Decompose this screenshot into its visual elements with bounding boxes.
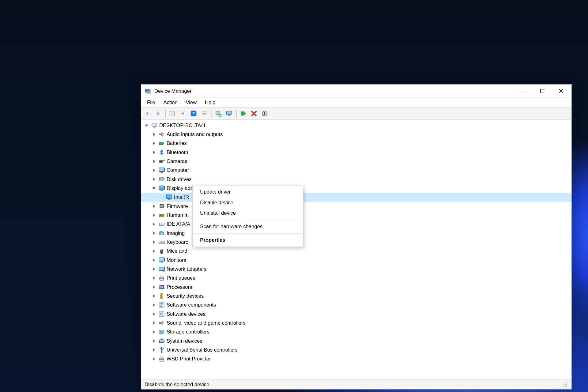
tree-item-root[interactable]: DESKTOP-BCLTA4L — [141, 121, 571, 130]
toolbar-scan-hardware-button[interactable] — [214, 109, 224, 119]
tree-item-system-devices[interactable]: System devices — [141, 337, 571, 345]
tree-item-bluetooth[interactable]: Bluetooth — [141, 148, 571, 157]
minimize-button[interactable] — [514, 85, 533, 97]
close-button[interactable] — [552, 85, 570, 97]
show-hidden-icon — [169, 110, 175, 117]
context-menu-uninstall-device[interactable]: Uninstall device — [193, 208, 303, 219]
svg-rect-28 — [241, 111, 245, 115]
tree-item-label: Sound, video and game controllers — [167, 320, 246, 326]
mouse-icon — [158, 248, 165, 254]
tree-item-label: Storage controllers — [167, 329, 209, 335]
svg-rect-27 — [228, 115, 230, 116]
expand-icon[interactable] — [151, 329, 157, 335]
tree-item-monitors[interactable]: Monitors — [141, 256, 571, 265]
context-menu-properties[interactable]: Properties — [193, 235, 303, 246]
tree-item-wsd-print-provider[interactable]: WSD Print Provider — [141, 354, 571, 363]
collapse-icon[interactable] — [144, 123, 149, 128]
svg-rect-100 — [160, 286, 163, 288]
scan-hardware-icon — [215, 110, 222, 117]
expand-icon[interactable] — [151, 221, 157, 227]
menu-view[interactable]: View — [182, 99, 201, 106]
expand-icon[interactable] — [151, 239, 157, 245]
tree-item-disk-drives[interactable]: Disk drives — [141, 175, 571, 184]
toolbar-properties-doc-button[interactable] — [200, 109, 209, 119]
battery-icon — [158, 140, 165, 146]
svg-rect-144 — [566, 383, 567, 383]
svg-marker-122 — [159, 321, 163, 326]
tree-item-sound-video-and-game-controllers[interactable]: Sound, video and game controllers — [141, 318, 571, 327]
tree-item-universal-serial-bus-controllers[interactable]: Universal Serial Bus controllers — [141, 345, 571, 354]
imaging-icon — [158, 230, 165, 236]
svg-rect-56 — [159, 186, 164, 189]
expand-icon[interactable] — [151, 275, 157, 281]
bluetooth-icon — [158, 149, 165, 156]
maximize-button[interactable] — [533, 85, 552, 97]
tree-item-storage-controllers[interactable]: Storage controllers — [141, 327, 571, 336]
expand-icon[interactable] — [151, 212, 157, 218]
toolbar-add-legacy-button[interactable] — [260, 109, 270, 119]
menu-help[interactable]: Help — [201, 99, 220, 106]
tree-item-computer[interactable]: Computer — [141, 166, 571, 175]
expand-icon[interactable] — [151, 158, 157, 164]
monitor-icon — [158, 167, 165, 173]
toolbar-enable-device-button[interactable] — [239, 109, 249, 119]
svg-rect-36 — [153, 127, 155, 128]
context-menu-update-driver[interactable]: Update driver — [193, 187, 303, 197]
tree-item-processors[interactable]: Processors — [141, 283, 571, 292]
expand-icon[interactable] — [151, 284, 157, 290]
svg-marker-77 — [153, 240, 155, 244]
system-icon — [158, 338, 165, 344]
expand-icon[interactable] — [151, 230, 157, 236]
resize-grip[interactable] — [562, 382, 568, 387]
svg-marker-47 — [153, 169, 155, 172]
expand-icon[interactable] — [151, 311, 157, 317]
expand-icon[interactable] — [151, 293, 157, 299]
expand-icon[interactable] — [151, 320, 157, 326]
toolbar-show-hidden-button[interactable] — [168, 109, 178, 119]
tree-item-audio-inputs-and-outputs[interactable]: Audio inputs and outputs — [141, 130, 571, 139]
svg-rect-115 — [160, 305, 164, 306]
expand-icon[interactable] — [151, 149, 157, 155]
expand-icon[interactable] — [151, 176, 157, 182]
expand-icon[interactable] — [151, 257, 157, 263]
svg-marker-121 — [153, 321, 155, 325]
collapse-icon[interactable] — [151, 185, 157, 191]
svg-point-45 — [160, 160, 162, 162]
tree-item-software-devices[interactable]: Software devices — [141, 310, 571, 318]
tree-item-label: DESKTOP-BCLTA4L — [159, 123, 207, 128]
svg-marker-42 — [153, 151, 155, 154]
context-menu-disable-device[interactable]: Disable device — [193, 197, 303, 208]
svg-rect-149 — [566, 386, 567, 386]
expand-icon[interactable] — [151, 338, 157, 344]
toolbar-uninstall-device-button[interactable] — [250, 109, 259, 119]
expand-icon[interactable] — [151, 141, 157, 146]
menu-action[interactable]: Action — [159, 99, 182, 106]
tree-item-cameras[interactable]: Cameras — [141, 157, 571, 166]
expand-icon[interactable] — [151, 302, 157, 308]
expand-icon[interactable] — [151, 168, 157, 173]
tree-item-label: Mice and — [167, 248, 187, 254]
expand-icon[interactable] — [151, 347, 157, 353]
tree-item-batteries[interactable]: Batteries — [141, 139, 571, 148]
toolbar-help-blue-button[interactable]: ? — [189, 109, 199, 119]
monitor-icon — [158, 257, 165, 263]
expand-icon[interactable] — [151, 266, 157, 272]
tree-item-network-adapters[interactable]: Network adapters — [141, 265, 571, 273]
titlebar[interactable]: Device Manager — [141, 85, 571, 98]
expand-icon[interactable] — [151, 356, 157, 362]
expand-icon[interactable] — [151, 203, 157, 209]
context-menu-scan-for-hardware-changes[interactable]: Scan for hardware changes — [193, 221, 303, 232]
tree-item-software-components[interactable]: Software components — [141, 300, 571, 309]
tree-item-mice-and[interactable]: Mice and — [141, 247, 571, 255]
tree-item-label: Disk drives — [167, 176, 192, 182]
toolbar-update-driver-monitor-button[interactable] — [224, 109, 234, 119]
svg-rect-59 — [167, 195, 172, 198]
audio-icon — [158, 320, 165, 326]
expand-icon[interactable] — [151, 248, 157, 254]
tree-item-security-devices[interactable]: Security devices — [141, 292, 571, 300]
menu-file[interactable]: File — [143, 99, 160, 106]
expand-icon[interactable] — [151, 131, 157, 137]
toolbar-properties-sheet-button[interactable] — [179, 109, 188, 119]
tree-item-print-queues[interactable]: Print queues — [141, 273, 571, 282]
tree-item-label: System devices — [167, 338, 202, 344]
